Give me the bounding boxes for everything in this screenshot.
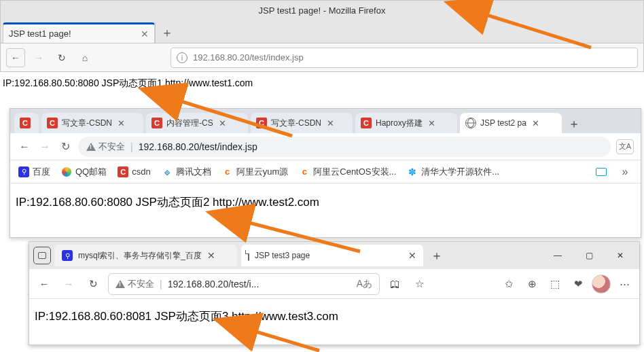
svg-line-2 — [177, 100, 292, 136]
svg-line-4 — [251, 330, 319, 351]
annotation-arrow — [0, 0, 644, 352]
svg-line-1 — [482, 14, 591, 48]
svg-line-3 — [245, 222, 360, 251]
